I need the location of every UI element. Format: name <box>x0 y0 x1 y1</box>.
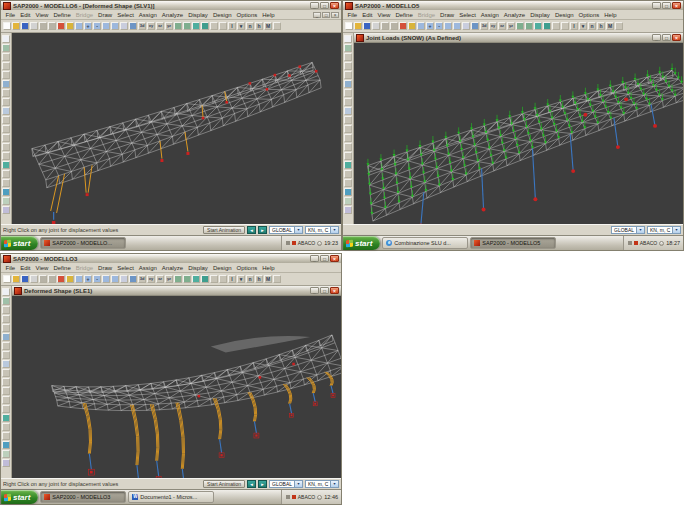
flip-view-icon[interactable] <box>2 441 10 449</box>
quick-draw-frame-icon[interactable] <box>344 71 352 79</box>
snap-intersections-icon[interactable] <box>2 432 10 440</box>
start-button[interactable]: start <box>1 490 38 504</box>
object-options-icon[interactable] <box>210 275 218 283</box>
deselect-icon[interactable] <box>2 387 10 395</box>
menu-help[interactable]: Help <box>602 12 619 18</box>
rotate-right-icon[interactable] <box>183 275 191 283</box>
menu-define[interactable]: Define <box>51 12 73 18</box>
child-restore-button[interactable]: □ <box>320 287 329 294</box>
taskbar-task[interactable]: SAP2000 - MODELLO... <box>40 237 126 249</box>
units-select[interactable]: KN, m, C ▼ <box>305 226 339 234</box>
volume-icon[interactable] <box>317 495 322 500</box>
save-model-icon[interactable] <box>21 22 29 30</box>
menu-view[interactable]: View <box>33 265 51 271</box>
menu-options[interactable]: Options <box>234 12 260 18</box>
rotate-left-icon[interactable] <box>174 275 182 283</box>
model-viewport-deformed-shape-slv1[interactable] <box>12 33 341 224</box>
menu-file[interactable]: File <box>3 265 18 271</box>
zoom-previous-icon[interactable] <box>111 275 119 283</box>
maximize-button[interactable]: □ <box>320 255 329 262</box>
draw-frame-n-icon[interactable]: n <box>246 22 254 30</box>
menu-bridge[interactable]: Bridge <box>73 12 95 18</box>
draw-joint-icon[interactable] <box>344 53 352 61</box>
next-step-button[interactable]: ► <box>258 480 267 488</box>
start-animation-button[interactable]: Start Animation <box>203 226 245 234</box>
menu-assign[interactable]: Assign <box>136 265 159 271</box>
close-button[interactable]: × <box>330 255 339 262</box>
mdi-close-button[interactable]: × <box>331 12 339 18</box>
menu-edit[interactable]: Edit <box>18 265 33 271</box>
previous-selection-icon[interactable] <box>2 143 10 151</box>
menu-analyze[interactable]: Analyze <box>159 12 185 18</box>
draw-shell-icon[interactable] <box>2 89 10 97</box>
child-window-title-bar[interactable]: Joint Loads (SNOW) (As Defined) _ □ × <box>354 33 683 43</box>
section-i-icon[interactable]: I <box>570 22 578 30</box>
view-3d-icon[interactable]: 3d <box>480 22 488 30</box>
pan-icon[interactable] <box>462 22 470 30</box>
child-close-button[interactable]: × <box>330 287 339 294</box>
view-yz-icon[interactable]: yz <box>165 275 173 283</box>
menu-draw[interactable]: Draw <box>96 12 115 18</box>
assign-display-icon[interactable] <box>219 275 227 283</box>
menu-bridge[interactable]: Bridge <box>73 265 95 271</box>
menu-bridge[interactable]: Bridge <box>415 12 437 18</box>
menu-edit[interactable]: Edit <box>360 12 375 18</box>
zoom-full-icon[interactable] <box>102 22 110 30</box>
volume-icon[interactable] <box>659 241 664 246</box>
menu-assign[interactable]: Assign <box>478 12 501 18</box>
mdi-restore-button[interactable]: □ <box>322 12 330 18</box>
menu-select[interactable]: Select <box>115 12 137 18</box>
quick-draw-braces-icon[interactable] <box>344 80 352 88</box>
start-button[interactable]: start <box>1 236 38 250</box>
object-options-icon[interactable] <box>210 22 218 30</box>
maximize-button[interactable]: □ <box>662 2 671 9</box>
refresh-window-icon[interactable] <box>57 22 65 30</box>
pointer-select-icon[interactable] <box>344 35 352 43</box>
save-model-icon[interactable] <box>363 22 371 30</box>
draw-frame-n-icon[interactable]: n <box>246 275 254 283</box>
menu-help[interactable]: Help <box>260 12 277 18</box>
zoom-previous-icon[interactable] <box>111 22 119 30</box>
quick-draw-shell-icon[interactable] <box>344 98 352 106</box>
deselect-icon[interactable] <box>344 134 352 142</box>
save-model-icon[interactable] <box>21 275 29 283</box>
zoom-previous-icon[interactable] <box>453 22 461 30</box>
section-i-icon[interactable]: I <box>228 275 236 283</box>
section-i-icon[interactable]: I <box>228 22 236 30</box>
draw-frame-m-icon[interactable]: M <box>264 22 272 30</box>
reshape-object-icon[interactable] <box>2 44 10 52</box>
zoom-rubber-band-icon[interactable] <box>75 275 83 283</box>
minimize-button[interactable]: _ <box>652 2 661 9</box>
minimize-button[interactable]: _ <box>310 255 319 262</box>
rotate-left-icon[interactable] <box>174 22 182 30</box>
rotate-left-icon[interactable] <box>516 22 524 30</box>
select-window-icon[interactable] <box>2 107 10 115</box>
view-xz-icon[interactable]: xz <box>156 22 164 30</box>
draw-frame-icon[interactable] <box>2 315 10 323</box>
child-minimize-button[interactable]: _ <box>652 34 661 41</box>
quick-draw-shell-icon[interactable] <box>2 351 10 359</box>
previous-step-button[interactable]: ◄ <box>247 226 256 234</box>
quick-draw-shell-icon[interactable] <box>2 98 10 106</box>
snap-midpoints-icon[interactable] <box>2 423 10 431</box>
print-icon[interactable] <box>30 275 38 283</box>
more-dropdown-icon[interactable]: ▾ <box>237 275 245 283</box>
coordinate-system-select[interactable]: GLOBAL ▼ <box>611 226 645 234</box>
draw-frame-icon[interactable] <box>2 62 10 70</box>
menu-select[interactable]: Select <box>115 265 137 271</box>
select-window-icon[interactable] <box>2 360 10 368</box>
tray-icon[interactable] <box>286 241 290 245</box>
taskbar-task[interactable]: SAP2000 - MODELLO3 <box>40 491 126 503</box>
start-button[interactable]: start <box>343 236 380 250</box>
snap-intersections-icon[interactable] <box>344 179 352 187</box>
set-display-options-icon[interactable] <box>201 22 209 30</box>
zoom-out-icon[interactable]: - <box>93 275 101 283</box>
print-icon[interactable] <box>372 22 380 30</box>
quick-draw-braces-icon[interactable] <box>2 333 10 341</box>
draw-shell-icon[interactable] <box>2 342 10 350</box>
taskbar-task[interactable]: eCombinazione SLU d... <box>382 237 468 249</box>
minimize-button[interactable]: _ <box>310 2 319 9</box>
clear-selection-icon[interactable] <box>2 405 10 413</box>
menu-define[interactable]: Define <box>393 12 415 18</box>
start-animation-button[interactable]: Start Animation <box>203 480 245 488</box>
